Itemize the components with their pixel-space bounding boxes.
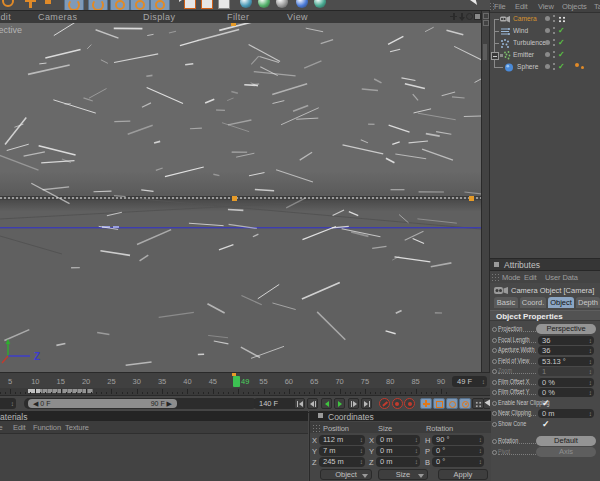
attr-field[interactable]: 1↕ [538,367,594,376]
viewport-menu-view[interactable]: View [287,12,308,22]
materials-menu-function[interactable]: Function [33,423,61,432]
checkbox[interactable]: ✓ [542,419,550,429]
layer-dot[interactable] [545,16,550,21]
om-menu-objects[interactable]: Objects [562,2,587,11]
stepper-icon[interactable]: ↕ [415,435,418,445]
layer-dot[interactable] [545,40,550,45]
tab-object[interactable]: Object [548,297,574,308]
visibility-dot-top[interactable] [553,27,555,29]
current-frame-field[interactable]: 49 F↕ [452,376,487,387]
splitter-button[interactable] [483,13,489,19]
autokey-button[interactable] [392,398,403,409]
om-item-camera[interactable]: Camera [490,13,600,25]
om-menu-view[interactable]: View [538,2,554,11]
perspective-viewport[interactable]: Z Perspective [0,23,481,372]
apply-button[interactable]: Apply [438,469,488,480]
visibility-dot-top[interactable] [553,15,555,17]
play-backward-button[interactable] [321,398,332,409]
size-dropdown[interactable]: Size [378,469,428,480]
attr-field[interactable]: 0 m↕ [538,409,594,418]
splitter-handle[interactable] [483,44,487,60]
stepper-icon[interactable]: ↕ [479,457,482,467]
goto-end-button[interactable] [361,398,372,409]
visibility-dot-top[interactable] [553,51,555,53]
stepper-icon[interactable]: ↕ [589,367,592,376]
key-position-toggle[interactable] [420,398,432,409]
attr-dropdown[interactable]: Axis [536,447,596,457]
stepper-icon[interactable]: ↕ [589,336,592,345]
layer-dot[interactable] [545,28,550,33]
coord-field[interactable]: 90 °↕ [432,435,484,445]
viewport-menu-filter[interactable]: Filter [227,12,249,22]
attr-field[interactable]: 36↕ [538,336,594,345]
materials-menu-file[interactable]: File [0,423,3,432]
stepper-icon[interactable]: ↕ [589,357,592,366]
key-rotation-toggle[interactable] [446,398,458,409]
om-menu-file[interactable]: File [494,2,506,11]
prev-frame-button[interactable] [307,398,318,409]
visibility-dot-bottom[interactable] [553,32,555,34]
panel-splitter[interactable] [481,11,490,372]
rotate-tool-icon[interactable] [64,0,84,11]
om-item-turbulence[interactable]: Turbulence✓ [490,37,600,49]
enabled-check-icon[interactable]: ✓ [558,50,565,59]
om-item-sphere[interactable]: Sphere✓ [490,61,600,73]
stepper-icon[interactable]: ↕ [589,388,592,397]
play-forward-button[interactable] [334,398,345,409]
attr-menu-mode[interactable]: Mode [502,273,520,282]
stepper-icon[interactable]: ↕ [589,346,592,355]
coord-field[interactable]: 0 °↕ [432,457,484,467]
attr-field[interactable]: 0 %↕ [538,378,594,387]
tag-icon[interactable] [575,63,579,67]
attr-field[interactable]: 53.13 °↕ [538,357,594,366]
coord-field[interactable]: 0 m↕ [376,435,420,445]
x-axis-lock-icon[interactable] [88,0,108,11]
record-options-button[interactable] [404,398,415,409]
preview-range-slider[interactable]: ◀ 0 F 90 F ▶ [28,399,177,408]
stepper-icon[interactable]: ↕ [479,435,482,445]
enabled-check-icon[interactable]: ✓ [558,38,565,47]
tab-coord[interactable]: Coord. [520,297,546,308]
stepper-icon[interactable]: ↕ [415,457,418,467]
stepper-icon[interactable]: ↕ [482,376,485,387]
z-axis-lock-icon[interactable] [130,0,150,11]
coord-field[interactable]: 245 m↕ [319,457,365,467]
om-menu-tags[interactable]: Tags [594,2,600,11]
current-frame-marker[interactable] [233,376,240,387]
y-axis-lock-icon[interactable] [110,0,130,11]
visibility-dot-top[interactable] [553,39,555,41]
om-menu-edit[interactable]: Edit [515,2,528,11]
visibility-dot-bottom[interactable] [553,56,555,58]
coord-field[interactable]: 0 °↕ [432,446,484,456]
stepper-icon[interactable]: ↕ [360,446,363,456]
enabled-check-icon[interactable]: ✓ [558,62,565,71]
om-item-emitter[interactable]: Emitter✓ [490,49,600,61]
visibility-dot-bottom[interactable] [553,44,555,46]
attr-field[interactable]: 0 %↕ [538,388,594,397]
coord-field[interactable]: 7 m↕ [319,446,365,456]
layer-dot[interactable] [545,52,550,57]
attr-menu-edit[interactable]: Edit [524,273,537,282]
total-frames-field[interactable]: 140 F↕ [254,398,299,409]
enabled-check-icon[interactable]: ✓ [558,26,565,35]
viewport-menu-cameras[interactable]: Cameras [38,12,77,22]
menu-grip-icon[interactable] [491,273,500,281]
key-parameter-toggle[interactable] [459,398,471,409]
next-frame-button[interactable] [348,398,359,409]
splitter-button[interactable] [483,20,489,26]
emitter-handle-center[interactable] [232,196,237,201]
collapse-icon[interactable] [491,52,499,60]
viewport-menu-edit[interactable]: Edit [0,12,11,22]
stepper-icon[interactable]: ↕ [360,435,363,445]
coord-field[interactable]: 0 m↕ [376,457,420,467]
viewport-menu-display[interactable]: Display [143,12,175,22]
stepper-icon[interactable]: ↕ [11,398,14,409]
attr-menu-user-data[interactable]: User Data [545,273,578,282]
stepper-icon[interactable]: ↕ [479,446,482,456]
camera-toggle-icon[interactable] [558,16,566,23]
coordinate-system-icon[interactable] [150,0,170,11]
materials-menu-texture[interactable]: Texture [65,423,89,432]
stepper-icon[interactable]: ↕ [589,409,592,418]
record-keyframe-button[interactable] [379,398,390,409]
emitter-handle-top[interactable] [231,23,236,26]
